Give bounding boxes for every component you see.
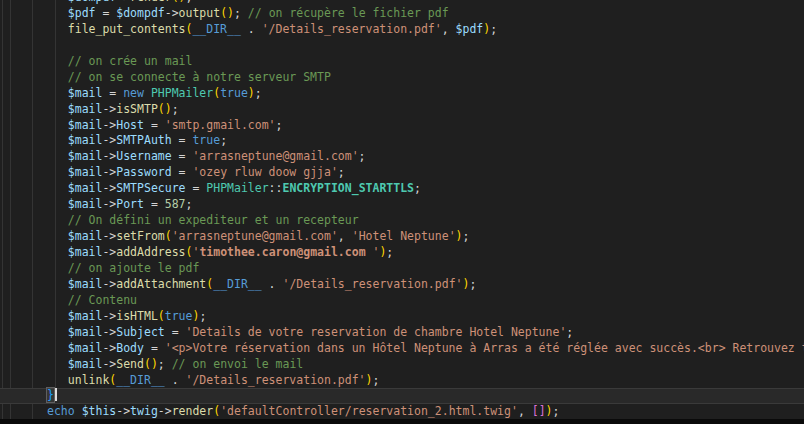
indent-spaces — [47, 54, 68, 68]
code-token-op: -> — [102, 197, 116, 211]
code-line-14[interactable]: $mail->Port = 587; — [0, 197, 804, 213]
code-token-op: = — [165, 325, 186, 339]
code-token-op: = — [144, 197, 165, 211]
code-token-op: ; — [372, 373, 379, 387]
code-token-op: -> — [102, 102, 116, 116]
code-line-11[interactable]: $mail->Username = 'arrasneptune@gmail.co… — [0, 149, 804, 165]
code-token-op: = — [186, 181, 207, 195]
code-token-var: $mail — [68, 165, 103, 179]
code-line-5[interactable]: // on crée un mail — [0, 54, 804, 70]
indent-spaces — [47, 181, 68, 195]
code-token-fn: unlink — [68, 373, 110, 387]
code-token-var: $pdf — [68, 6, 96, 20]
code-token-p1: () — [220, 6, 234, 20]
code-line-24[interactable]: $mail->Send(); // on envoi le mail — [0, 357, 804, 373]
code-line-15[interactable]: // On défini un expediteur et un recepte… — [0, 213, 804, 229]
code-token-str: 'defaultController/reservation_2.html.tw… — [220, 404, 518, 418]
code-line-16[interactable]: $mail->setFrom('arrasneptune@gmail.com',… — [0, 229, 804, 245]
code-token-prop: Username — [116, 149, 171, 163]
code-token-p2: [] — [532, 404, 546, 418]
code-token-op: ; — [338, 165, 345, 179]
code-token-kw: true — [192, 133, 220, 147]
code-token-op: ; — [199, 309, 206, 323]
indent-spaces — [47, 38, 68, 52]
code-line-25[interactable]: unlink(__DIR__ . '/Details_reservation.p… — [0, 373, 804, 389]
code-token-kw: __DIR__ — [192, 22, 240, 36]
code-line-9[interactable]: $mail->Host = 'smtp.gmail.com'; — [0, 118, 804, 134]
code-line-7[interactable]: $mail = new PHPMailer(true); — [0, 86, 804, 102]
code-line-12[interactable]: $mail->Password = 'ozey rluw doow gjja'; — [0, 165, 804, 181]
code-line-4[interactable] — [0, 38, 804, 54]
code-line-26[interactable]: } — [0, 388, 804, 404]
code-line-22[interactable]: $mail->Subject = 'Details de votre reser… — [0, 325, 804, 341]
code-line-19[interactable]: $mail->addAttachment(__DIR__ . '/Details… — [0, 277, 804, 293]
code-token-op — [144, 86, 151, 100]
code-token-op: ; — [158, 357, 172, 371]
code-token-op: -> — [102, 118, 116, 132]
code-token-var: $mail — [68, 197, 103, 211]
indent-spaces — [47, 245, 68, 259]
indent-spaces — [47, 357, 68, 371]
code-token-op: -> — [102, 277, 116, 291]
code-line-27[interactable]: echo $this->twig->render('defaultControl… — [0, 404, 804, 420]
code-token-cls: PHPMailer — [151, 86, 213, 100]
code-token-str: 'smtp.gmail.com' — [165, 118, 276, 132]
code-line-17[interactable]: $mail->addAddress('timothee.caron@gmail.… — [0, 245, 804, 261]
code-line-20[interactable]: // Contenu — [0, 293, 804, 309]
code-line-21[interactable]: $mail->isHTML(true); — [0, 309, 804, 325]
code-token-fn: output — [179, 6, 221, 20]
code-token-op: = — [144, 341, 165, 355]
indent-spaces — [47, 309, 68, 323]
code-line-3[interactable]: file_put_contents(__DIR__ . '/Details_re… — [0, 22, 804, 38]
code-token-op: :: — [269, 181, 283, 195]
code-token-op: ; — [386, 245, 393, 259]
indent-spaces — [47, 0, 68, 4]
indent-spaces — [47, 118, 68, 132]
indent-spaces — [47, 229, 68, 243]
code-token-str: '<p>Votre réservation dans un Hôtel Nept… — [165, 341, 804, 355]
indent-spaces — [47, 325, 68, 339]
code-token-fn: Send — [116, 357, 144, 371]
code-token-kw: true — [165, 309, 193, 323]
code-token-var: $this — [82, 404, 117, 418]
code-token-var: $mail — [68, 277, 103, 291]
code-line-6[interactable]: // on se connecte à notre serveur SMTP — [0, 70, 804, 86]
bottom-edge-bar — [0, 419, 804, 424]
code-token-fn: isSMTP — [116, 102, 158, 116]
code-token-op: ; — [186, 0, 193, 4]
code-token-op: ; — [469, 277, 476, 291]
code-token-var: $mail — [68, 102, 103, 116]
code-token-com: // Contenu — [68, 293, 137, 307]
code-token-strb: timothee.caron@gmail.com — [199, 245, 365, 259]
indent-spaces — [47, 165, 68, 179]
code-token-var: $mail — [68, 325, 103, 339]
code-token-op: -> — [102, 181, 116, 195]
indent-spaces — [47, 22, 68, 36]
code-line-18[interactable]: // on ajoute le pdf — [0, 261, 804, 277]
code-editor[interactable]: $dompdf->render(); $pdf = $dompdf->outpu… — [0, 0, 804, 424]
code-token-kw: __DIR__ — [213, 277, 261, 291]
code-token-p1: ) — [248, 86, 255, 100]
code-area[interactable]: $dompdf->render(); $pdf = $dompdf->outpu… — [0, 0, 804, 420]
indent-spaces — [47, 341, 68, 355]
code-token-var: $mail — [68, 133, 103, 147]
code-token-op: = — [144, 118, 165, 132]
code-token-op: -> — [102, 133, 116, 147]
code-token-op: ; — [359, 149, 366, 163]
code-line-10[interactable]: $mail->SMTPAuth = true; — [0, 133, 804, 149]
code-line-8[interactable]: $mail->isSMTP(); — [0, 102, 804, 118]
code-token-p1: ( — [158, 309, 165, 323]
code-line-2[interactable]: $pdf = $dompdf->output(); // on récupère… — [0, 6, 804, 22]
code-token-prop: Host — [116, 118, 144, 132]
code-token-str: '/Details_reservation.pdf' — [262, 22, 442, 36]
code-token-kw: __DIR__ — [116, 373, 164, 387]
code-token-op: -> — [102, 229, 116, 243]
indent-spaces — [47, 197, 68, 211]
code-token-op: , — [338, 229, 352, 243]
code-token-p1: () — [172, 0, 186, 4]
code-token-str: 'arrasneptune@gmail.com' — [192, 149, 358, 163]
code-line-23[interactable]: $mail->Body = '<p>Votre réservation dans… — [0, 341, 804, 357]
code-token-op: ; — [276, 118, 283, 132]
code-line-13[interactable]: $mail->SMTPSecure = PHPMailer::ENCRYPTIO… — [0, 181, 804, 197]
code-token-op: ; — [490, 22, 497, 36]
